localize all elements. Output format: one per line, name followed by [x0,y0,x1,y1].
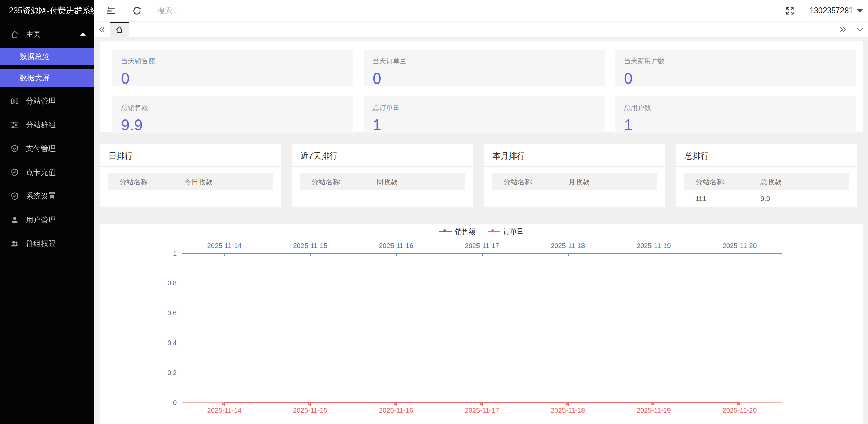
chevron-down-icon [857,9,863,12]
sidebar-item-5[interactable]: 系统设置 [0,184,94,208]
axis-tick [482,254,483,256]
stat-value: 0 [372,69,596,88]
data-point-marker [222,402,225,405]
sidebar-subitem-0-0[interactable]: 数据总览 [0,48,94,65]
shield-check-icon [10,144,19,153]
sidebar-item-label: 分站群组 [26,120,56,130]
y-axis-tick-label: 0 [173,399,177,407]
legend-label: 销售额 [455,227,475,236]
x-axis-bottom-label: 2025-11-16 [379,407,413,414]
tab-home[interactable] [110,22,129,37]
column-header: 分站名称 [108,177,184,187]
ranking-table: 分站名称月收款 [492,173,657,190]
sidebar-item-6[interactable]: 用户管理 [0,208,94,232]
sidebar-item-0[interactable]: 主页 [0,22,94,46]
ranking-title: 总排行 [676,144,857,167]
x-axis-top-label: 2025-11-14 [207,242,242,250]
shield-check-icon [10,192,19,201]
axis-tick [654,254,654,256]
data-point-marker [480,402,483,405]
sidebar-item-label: 主页 [26,29,41,39]
legend-label: 订单量 [503,227,524,236]
user-menu[interactable]: 1302357281 [810,6,863,15]
stat-value: 1 [624,116,848,134]
x-axis-top-label: 2025-11-15 [293,242,327,250]
y-axis-tick-label: 0.6 [167,309,177,317]
sidebar-item-label: 分站管理 [26,96,56,106]
axis-tick [310,254,311,256]
sidebar-item-1[interactable]: 分站管理 [0,89,94,113]
tabs-menu-icon[interactable] [851,22,868,37]
home-icon [115,26,123,34]
gridline [182,373,782,373]
user-icon [10,216,19,224]
stat-card-3: 总销售额9.9 [112,96,353,133]
stat-card-5: 总用户数1 [615,96,856,133]
y-axis-tick-label: 0.4 [167,339,177,347]
chart-grid: 00.20.40.60.812025-11-142025-11-142025-1… [182,253,782,403]
data-point-marker [737,402,740,405]
tabs-scroll-right-icon[interactable] [834,22,851,37]
sidebar-menu: 主页数据总览数据大屏分站管理分站群组支付管理点卡充值系统设置用户管理群组权限 [0,22,94,256]
caret-up-icon [80,33,86,36]
tabs-scroll-left-icon[interactable] [94,22,110,37]
users-icon [10,239,19,248]
axis-tick [396,254,397,256]
sidebar-item-2[interactable]: 分站群组 [0,113,94,137]
stat-card-0: 当天销售额0 [112,50,353,86]
gridline [182,343,782,343]
sidebar-item-7[interactable]: 群组权限 [0,232,94,256]
ranking-title: 日排行 [100,144,281,167]
ranking-table: 分站名称今日收款 [108,173,273,190]
y-axis-tick-label: 1 [173,250,177,257]
gridline [182,283,782,283]
stat-value: 9.9 [121,116,345,134]
tab-bar-empty [129,22,834,37]
sidebar-item-label: 用户管理 [26,215,56,225]
ranking-table: 分站名称周收款 [300,173,465,190]
ranking-card-1: 近7天排行分站名称周收款 [292,144,473,207]
stat-label: 总用户数 [624,103,848,112]
sliders-icon [10,121,19,129]
column-header: 总收款 [760,177,849,187]
stat-value: 0 [624,69,848,88]
fullscreen-icon[interactable] [785,6,795,16]
shield-check-icon [10,168,19,177]
x-axis-top-label: 2025-11-20 [723,242,757,250]
column-header: 周收款 [376,177,465,187]
legend-item-1[interactable]: 订单量 [488,227,524,236]
user-id: 1302357281 [810,6,853,15]
x-axis-bottom-label: 2025-11-20 [723,407,757,414]
column-header: 分站名称 [300,177,376,187]
main-content: 当天销售额0当天订单量0当天新用户数0总销售额9.9总订单量1总用户数1 日排行… [94,37,868,424]
sidebar-item-4[interactable]: 点卡充值 [0,161,94,184]
legend-item-0[interactable]: 销售额 [439,227,475,236]
app-title: 235资源网-付费进群系统 [0,0,94,21]
stat-label: 总订单量 [372,103,596,112]
stat-card-4: 总订单量1 [364,96,605,133]
chart-panel: 销售额订单量 00.20.40.60.812025-11-142025-11-1… [100,224,863,424]
sidebar: 235资源网-付费进群系统 主页数据总览数据大屏分站管理分站群组支付管理点卡充值… [0,0,94,424]
ranking-table-header: 分站名称周收款 [300,173,465,190]
substation-icon [10,97,19,106]
stats-grid: 当天销售额0当天订单量0当天新用户数0总销售额9.9总订单量1总用户数1 [112,50,856,133]
search-input[interactable] [157,6,367,16]
x-axis-top-label: 2025-11-18 [551,242,585,250]
sidebar-item-label: 群组权限 [26,239,56,249]
sidebar-subitem-0-1[interactable]: 数据大屏 [0,69,94,87]
stat-label: 当天订单量 [372,57,596,66]
data-point-marker [566,402,569,405]
cell-site-name: 111 [684,195,760,203]
sidebar-item-3[interactable]: 支付管理 [0,137,94,161]
ranking-table-header: 分站名称今日收款 [108,173,273,190]
x-axis-top-label: 2025-11-16 [379,242,413,250]
x-axis-top-label: 2025-11-19 [637,242,671,250]
ranking-card-2: 本月排行分站名称月收款 [484,144,665,207]
sidebar-fold-icon[interactable] [106,6,116,16]
x-axis-top-label: 2025-11-17 [465,242,499,250]
ranking-table-header: 分站名称总收款 [684,173,849,190]
column-header: 分站名称 [684,177,760,187]
refresh-icon[interactable] [132,6,142,16]
stat-card-2: 当天新用户数0 [615,50,856,86]
legend-line-marker [439,231,452,232]
